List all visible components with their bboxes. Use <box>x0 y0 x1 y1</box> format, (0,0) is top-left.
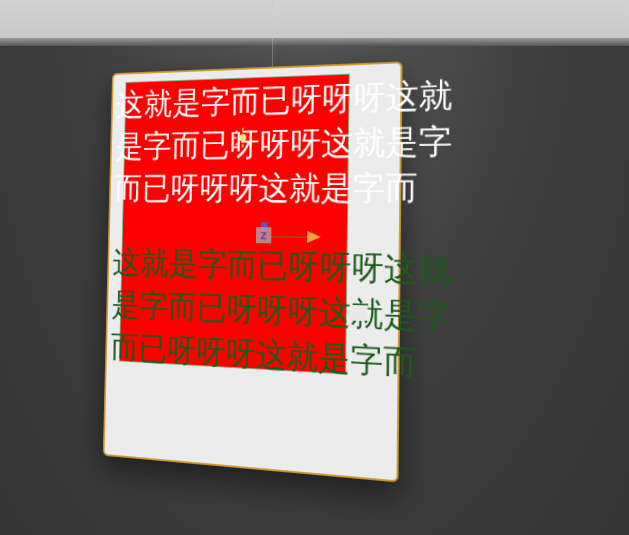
gizmo-x-axis-line <box>268 236 309 238</box>
camera-body-icon <box>351 307 367 321</box>
svg-point-0 <box>239 134 246 142</box>
svg-line-7 <box>236 142 239 145</box>
sky-background <box>0 0 629 38</box>
text-label-white[interactable]: 这就是字而已呀呀呀这就 是字而已呀呀呀这就是字 而已呀呀呀这就是字而 <box>114 70 505 212</box>
gizmo-center-handle[interactable]: z <box>256 227 271 243</box>
svg-line-8 <box>247 130 250 133</box>
scene-view[interactable]: 这就是字而已呀呀呀这就 是字而已呀呀呀这就是字 而已呀呀呀这就是字而 这就是字而… <box>92 66 452 486</box>
svg-line-6 <box>247 142 250 145</box>
svg-line-5 <box>236 130 239 133</box>
directional-light-icon[interactable] <box>232 127 253 149</box>
horizon-line <box>0 38 629 46</box>
gizmo-x-axis-arrow[interactable] <box>307 231 321 243</box>
ui-canvas-object[interactable]: 这就是字而已呀呀呀这就 是字而已呀呀呀这就是字 而已呀呀呀这就是字而 这就是字而… <box>103 61 403 482</box>
camera-icon[interactable] <box>346 305 373 325</box>
transform-gizmo[interactable]: z <box>251 214 339 266</box>
